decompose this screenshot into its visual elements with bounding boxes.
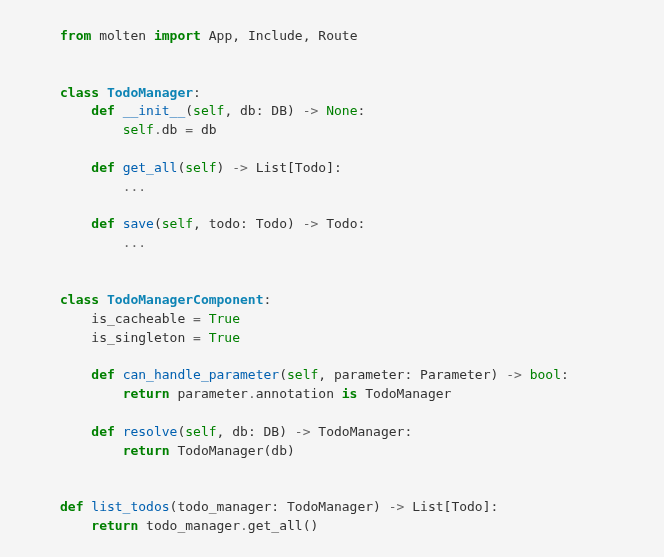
code-token-punct: , xyxy=(193,216,209,231)
code-token-name xyxy=(115,216,123,231)
code-token-name: is_cacheable xyxy=(91,311,193,326)
code-token-func: list_todos xyxy=(91,499,169,514)
code-token-punct: , xyxy=(232,28,248,43)
code-token-punct: ]: xyxy=(483,499,499,514)
code-token-op: . xyxy=(248,386,256,401)
code-token-punct: , xyxy=(303,28,319,43)
code-token-builtin: True xyxy=(209,330,240,345)
code-token-nameclass: TodoManagerComponent xyxy=(107,292,264,307)
code-token-name: TodoManager xyxy=(311,424,405,439)
code-token-name xyxy=(115,367,123,382)
code-token-name: todo_manager xyxy=(177,499,271,514)
code-token-name: parameter xyxy=(170,386,248,401)
code-token-name: Todo xyxy=(451,499,482,514)
code-token-punct: : xyxy=(271,499,287,514)
code-token-name xyxy=(201,330,209,345)
code-token-kw: return xyxy=(123,386,170,401)
code-token-kw: return xyxy=(123,443,170,458)
code-token-name: Todo xyxy=(295,160,326,175)
code-token-builtin: self xyxy=(185,160,216,175)
code-token-name: List xyxy=(404,499,443,514)
code-token-op: ... xyxy=(123,235,146,250)
code-token-punct: ]: xyxy=(326,160,342,175)
code-token-name: molten xyxy=(91,28,154,43)
code-token-name: db xyxy=(271,443,287,458)
code-token-op: -> xyxy=(303,103,319,118)
code-token-punct: ) xyxy=(287,103,303,118)
code-token-punct: ( xyxy=(185,103,193,118)
code-token-name: TodoManager xyxy=(357,386,451,401)
code-token-name: Todo xyxy=(256,216,287,231)
code-token-op: -> xyxy=(506,367,522,382)
code-token-name: DB xyxy=(264,424,280,439)
code-token-op: . xyxy=(154,122,162,137)
code-token-punct: ) xyxy=(279,424,295,439)
code-token-name: todo_manager xyxy=(138,518,240,533)
code-token-op: = xyxy=(185,122,193,137)
code-token-kw: def xyxy=(91,103,114,118)
code-token-punct: ) xyxy=(373,499,389,514)
code-token-func: can_handle_parameter xyxy=(123,367,280,382)
code-token-name: get_all xyxy=(248,518,303,533)
code-token-punct: , xyxy=(224,103,240,118)
code-token-kw: def xyxy=(91,160,114,175)
code-token-punct: : xyxy=(357,103,365,118)
code-token-func: resolve xyxy=(123,424,178,439)
code-token-builtin: None xyxy=(326,103,357,118)
code-token-func: get_all xyxy=(123,160,178,175)
code-token-name: TodoManager xyxy=(170,443,264,458)
code-token-punct: : xyxy=(240,216,256,231)
code-token-punct: ) xyxy=(287,216,303,231)
code-token-nameclass: TodoManager xyxy=(107,85,193,100)
code-token-punct: ) xyxy=(287,443,295,458)
code-token-name xyxy=(318,103,326,118)
code-token-punct: ) xyxy=(491,367,507,382)
code-token-name xyxy=(99,85,107,100)
code-token-op: = xyxy=(193,330,201,345)
code-token-name: is_singleton xyxy=(91,330,193,345)
code-token-name: Parameter xyxy=(420,367,490,382)
code-token-name: parameter xyxy=(334,367,404,382)
code-token-builtin: self xyxy=(185,424,216,439)
code-token-name: db xyxy=(232,424,248,439)
code-token-punct: ( xyxy=(154,216,162,231)
code-token-name xyxy=(115,103,123,118)
code-token-builtin: bool xyxy=(530,367,561,382)
code-token-name: db xyxy=(240,103,256,118)
code-token-kw: import xyxy=(154,28,201,43)
code-token-name: todo xyxy=(209,216,240,231)
code-token-name xyxy=(115,424,123,439)
code-token-kw: is xyxy=(342,386,358,401)
code-token-builtin: self xyxy=(287,367,318,382)
code-token-punct: , xyxy=(318,367,334,382)
code-token-op: . xyxy=(240,518,248,533)
code-token-name xyxy=(522,367,530,382)
code-token-kw: return xyxy=(91,518,138,533)
code-token-name: App xyxy=(201,28,232,43)
code-token-name: db xyxy=(162,122,185,137)
code-token-punct: () xyxy=(303,518,319,533)
code-token-name: Include xyxy=(248,28,303,43)
code-token-punct: : xyxy=(264,292,272,307)
code-token-kw: class xyxy=(60,85,99,100)
code-token-punct: : xyxy=(404,424,412,439)
code-token-name: List xyxy=(248,160,287,175)
code-token-op: -> xyxy=(295,424,311,439)
code-token-kw: from xyxy=(60,28,91,43)
code-token-op: = xyxy=(193,311,201,326)
code-token-punct: ) xyxy=(217,160,233,175)
code-token-name xyxy=(201,311,209,326)
code-block: from molten import App, Include, Route c… xyxy=(0,13,664,557)
code-token-punct: ( xyxy=(279,367,287,382)
code-token-op: ... xyxy=(123,179,146,194)
code-token-kw: def xyxy=(91,367,114,382)
code-token-punct: : xyxy=(357,216,365,231)
code-token-punct: : xyxy=(561,367,569,382)
code-token-op: -> xyxy=(389,499,405,514)
code-token-builtin: self xyxy=(162,216,193,231)
code-token-name: DB xyxy=(271,103,287,118)
code-token-punct: , xyxy=(217,424,233,439)
code-token-punct: [ xyxy=(287,160,295,175)
code-token-name: TodoManager xyxy=(287,499,373,514)
code-token-builtin: True xyxy=(209,311,240,326)
